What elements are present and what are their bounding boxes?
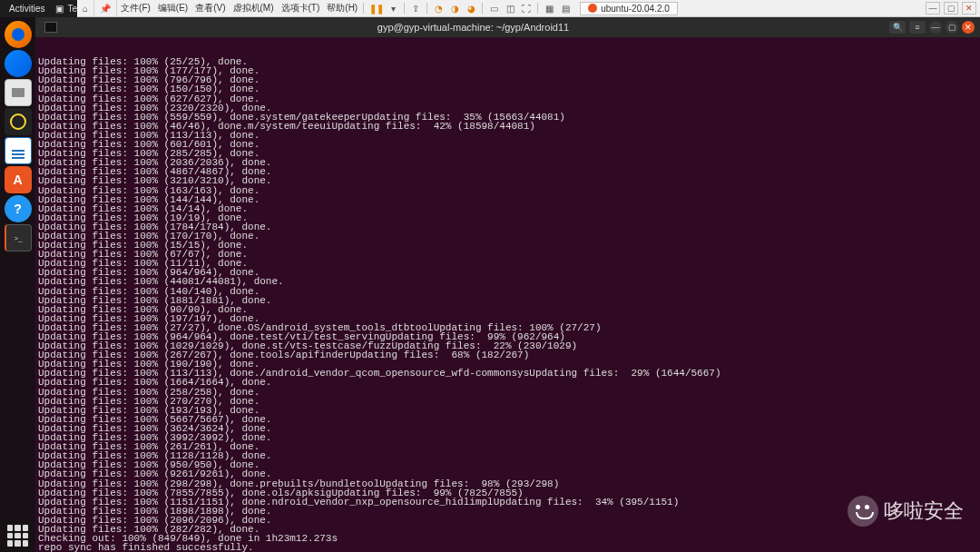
- menu-view[interactable]: 查看(V): [191, 2, 229, 15]
- terminal-line: repo sync has finished successfully.: [38, 543, 980, 552]
- snapshot2-icon[interactable]: ◑: [447, 2, 462, 15]
- vm-tab-label: ubuntu-20.04.2.0: [601, 4, 670, 14]
- layout1-icon[interactable]: ▭: [486, 2, 501, 15]
- activities-button[interactable]: Activities: [7, 4, 46, 14]
- send-icon[interactable]: ⇪: [408, 2, 423, 15]
- vmware-home-tab[interactable]: ⌂: [77, 0, 94, 16]
- vm-tab-ubuntu[interactable]: ubuntu-20.04.2.0: [580, 2, 678, 15]
- minimize-icon[interactable]: —: [929, 21, 942, 34]
- layout2-icon[interactable]: ◫: [503, 2, 517, 15]
- vmware-menu-bar: ⌂ 📌 文件(F) 编辑(E) 查看(V) 虚拟机(M) 选项卡(T) 帮助(H…: [77, 0, 980, 17]
- show-apps-icon[interactable]: [7, 525, 29, 547]
- thunderbird-icon[interactable]: [5, 50, 32, 77]
- rhythmbox-icon[interactable]: [5, 108, 32, 135]
- ubuntu-icon: [588, 4, 597, 13]
- search-icon[interactable]: 🔍: [889, 21, 906, 34]
- fullscreen-icon[interactable]: ⛶: [519, 2, 534, 15]
- window-minimize-icon[interactable]: —: [926, 2, 940, 15]
- maximize-icon[interactable]: ▢: [946, 21, 958, 34]
- dropdown-icon[interactable]: ▾: [386, 2, 400, 15]
- terminal-line: Updating files: 100% (9261/9261), done.: [38, 469, 980, 478]
- menu-edit[interactable]: 编辑(E): [154, 2, 191, 15]
- pause-icon[interactable]: ❚❚: [369, 2, 384, 15]
- snapshot3-icon[interactable]: ◕: [464, 2, 478, 15]
- libreoffice-writer-icon[interactable]: [5, 137, 32, 164]
- terminal-app-icon[interactable]: [44, 22, 57, 33]
- menu-vm[interactable]: 虚拟机(M): [230, 2, 278, 15]
- terminal-titlebar: gyp@gyp-virtual-machine: ~/gyp/Android11…: [35, 17, 980, 37]
- window-title: gyp@gyp-virtual-machine: ~/gyp/Android11: [57, 22, 889, 33]
- software-center-icon[interactable]: [5, 166, 32, 193]
- window-maximize-icon[interactable]: ▢: [944, 2, 958, 15]
- hamburger-icon[interactable]: ≡: [909, 21, 926, 34]
- vmware-pin-tab[interactable]: 📌: [94, 0, 117, 16]
- terminal-output[interactable]: Updating files: 100% (25/25), done.Updat…: [35, 37, 980, 552]
- library-icon[interactable]: ▤: [558, 2, 573, 15]
- firefox-icon[interactable]: [5, 21, 32, 48]
- unity-icon[interactable]: ▦: [542, 2, 556, 15]
- watermark-text: 哆啦安全: [884, 498, 964, 525]
- snapshot-icon[interactable]: ◔: [431, 2, 446, 15]
- close-icon[interactable]: ✕: [962, 21, 975, 34]
- terminal-launcher-icon[interactable]: [5, 224, 32, 251]
- ubuntu-launcher: [0, 17, 35, 552]
- terminal-line: Updating files: 100% (3210/3210), done.: [38, 176, 980, 185]
- menu-help[interactable]: 帮助(H): [323, 2, 361, 15]
- help-icon[interactable]: [5, 195, 32, 222]
- wechat-icon: [848, 496, 878, 527]
- watermark: 哆啦安全: [848, 496, 964, 527]
- menu-tabs[interactable]: 选项卡(T): [278, 2, 324, 15]
- window-close-icon[interactable]: ✕: [962, 2, 976, 15]
- files-icon[interactable]: [5, 79, 32, 106]
- menu-file[interactable]: 文件(F): [117, 2, 154, 15]
